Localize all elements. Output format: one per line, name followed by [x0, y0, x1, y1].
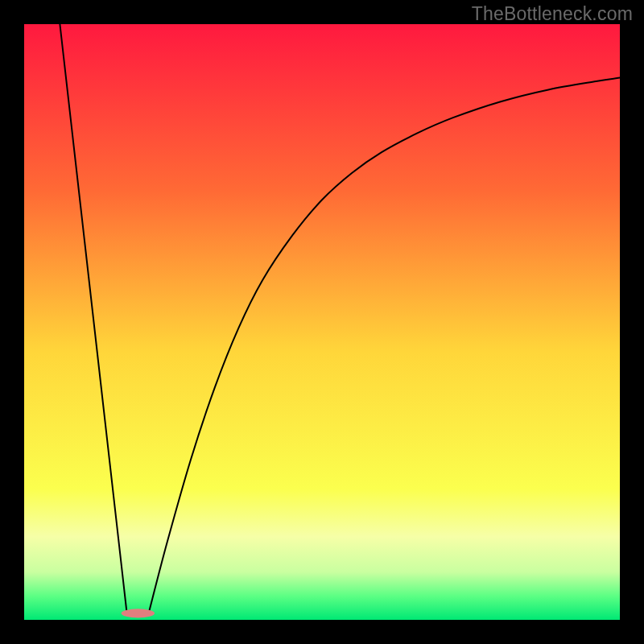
- watermark-text: TheBottleneck.com: [472, 3, 633, 25]
- bottom-pill: [122, 609, 155, 617]
- chart-stage: TheBottleneck.com: [0, 0, 644, 644]
- gradient-background: [24, 24, 620, 620]
- chart-svg: [0, 0, 644, 644]
